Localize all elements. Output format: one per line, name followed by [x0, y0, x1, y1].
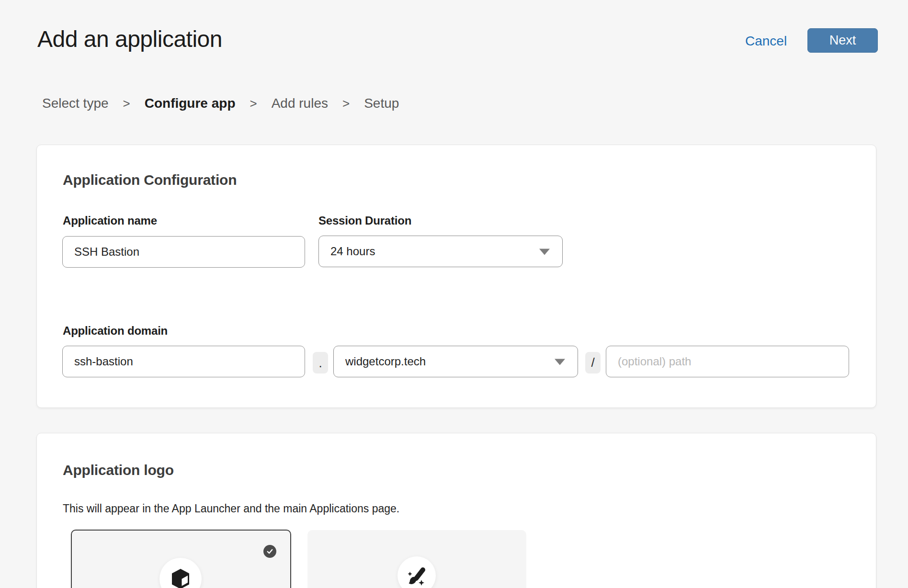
breadcrumb-step-setup[interactable]: Setup: [364, 96, 399, 111]
cancel-button[interactable]: Cancel: [745, 34, 787, 49]
session-duration-label: Session Duration: [318, 214, 411, 227]
session-duration-value: 24 hours: [330, 245, 375, 258]
domain-select[interactable]: widgetcorp.tech: [333, 346, 578, 377]
paintbrush-sparkles-icon: [406, 565, 428, 587]
cube-icon: [171, 568, 190, 588]
logo-icon-circle: [397, 556, 436, 588]
application-logo-heading: Application logo: [63, 462, 174, 478]
next-button[interactable]: Next: [807, 28, 878, 53]
chevron-separator-icon: >: [250, 96, 257, 111]
application-logo-description: This will appear in the App Launcher and…: [63, 502, 399, 515]
domain-select-value: widgetcorp.tech: [345, 355, 426, 368]
page-title: Add an application: [37, 26, 222, 52]
application-name-label: Application name: [63, 214, 157, 227]
breadcrumb-step-select-type[interactable]: Select type: [42, 96, 109, 111]
application-logo-card: Application logo This will appear in the…: [36, 433, 876, 588]
chevron-down-icon: [555, 359, 565, 365]
logo-icon-circle: [159, 558, 202, 588]
check-icon: [263, 545, 276, 558]
dot-separator: .: [313, 352, 328, 373]
breadcrumb-step-add-rules[interactable]: Add rules: [272, 96, 328, 111]
custom-logo-tile[interactable]: [307, 530, 526, 588]
add-application-page: Add an application Cancel Next Select ty…: [0, 0, 908, 588]
chevron-separator-icon: >: [123, 96, 130, 111]
application-name-input[interactable]: [62, 236, 305, 268]
breadcrumb: Select type > Configure app > Add rules …: [42, 96, 399, 111]
application-domain-label: Application domain: [63, 324, 168, 338]
application-configuration-card: Application Configuration Application na…: [36, 145, 876, 408]
default-logo-tile[interactable]: [71, 530, 291, 588]
path-input[interactable]: [606, 346, 849, 377]
application-configuration-heading: Application Configuration: [63, 172, 237, 188]
slash-separator: /: [585, 352, 601, 373]
breadcrumb-step-configure-app[interactable]: Configure app: [145, 96, 236, 111]
session-duration-select[interactable]: 24 hours: [318, 236, 563, 267]
chevron-separator-icon: >: [342, 96, 350, 111]
subdomain-input[interactable]: [62, 346, 305, 377]
chevron-down-icon: [539, 249, 550, 255]
